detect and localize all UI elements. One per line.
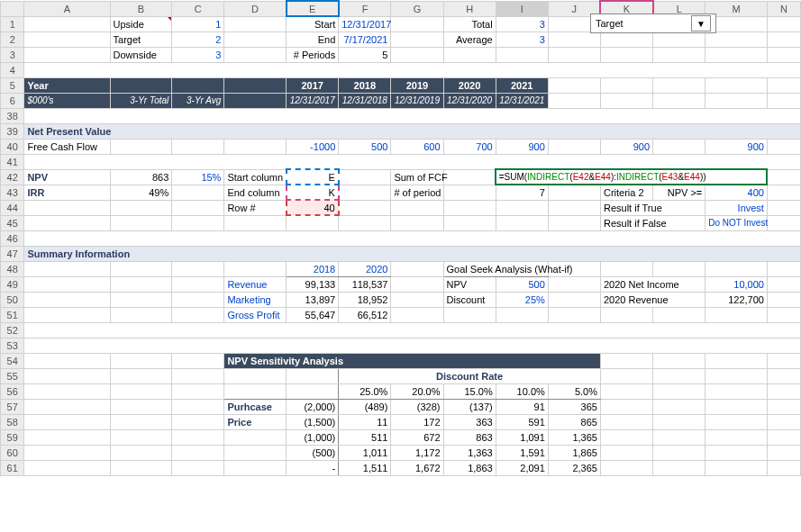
npv-section: Net Present Value	[24, 123, 801, 139]
sensitivity-header: NPV Sensitivity Analysis	[224, 353, 601, 368]
upside-value: 1	[172, 16, 224, 32]
chevron-down-icon: ▼	[691, 15, 711, 32]
spreadsheet-grid[interactable]: ABC DEFG HIJK LMN 1 Upside 1 Start 12/31…	[0, 0, 801, 476]
revenue-link[interactable]: Revenue	[224, 276, 287, 292]
formula-cell[interactable]: =SUM(INDIRECT(E42&E44):INDIRECT(E43&E44)…	[496, 169, 767, 185]
summary-section: Summary Information	[24, 246, 801, 261]
end-column-cell[interactable]: K	[287, 185, 339, 200]
scenario-dropdown[interactable]: Target ▼	[590, 14, 716, 33]
marketing-link[interactable]: Marketing	[224, 292, 287, 307]
start-column-cell[interactable]: E	[287, 169, 339, 185]
gross-profit-link[interactable]: Gross Profit	[224, 307, 287, 322]
dropdown-label: Target	[596, 18, 624, 29]
year-header: Year	[24, 77, 110, 93]
upside-label: Upside	[110, 16, 172, 32]
row-num-cell[interactable]: 40	[287, 200, 339, 215]
